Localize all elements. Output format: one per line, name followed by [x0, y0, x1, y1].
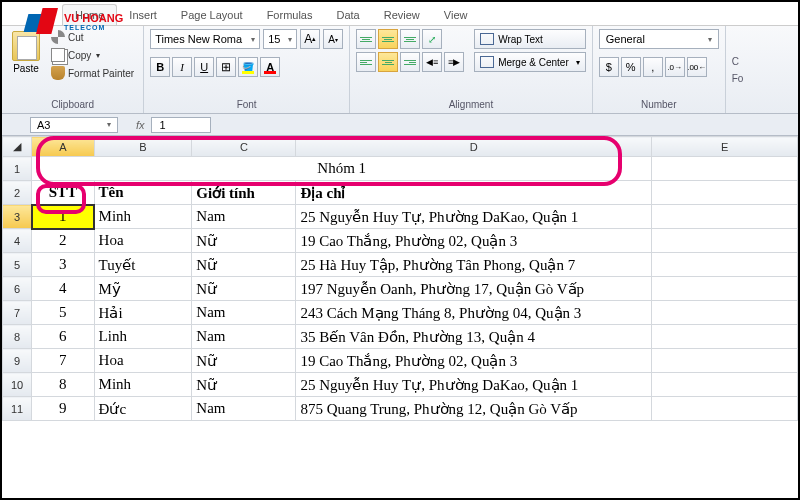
cell[interactable]: Nam: [192, 325, 296, 349]
cell[interactable]: Nam: [192, 205, 296, 229]
column-header[interactable]: D: [296, 137, 652, 157]
cell[interactable]: Nữ: [192, 253, 296, 277]
cell[interactable]: [652, 373, 798, 397]
cell[interactable]: 6: [32, 325, 94, 349]
cell[interactable]: 7: [32, 349, 94, 373]
cell[interactable]: [652, 181, 798, 205]
row-header[interactable]: 5: [3, 253, 32, 277]
align-middle-button[interactable]: [378, 29, 398, 49]
cell[interactable]: [652, 157, 798, 181]
align-right-button[interactable]: [400, 52, 420, 72]
bold-button[interactable]: B: [150, 57, 170, 77]
cell[interactable]: [652, 277, 798, 301]
grow-font-button[interactable]: A▴: [300, 29, 320, 49]
cell[interactable]: Nam: [192, 301, 296, 325]
cell[interactable]: Minh: [94, 205, 192, 229]
cell[interactable]: 2: [32, 229, 94, 253]
cell[interactable]: Nữ: [192, 349, 296, 373]
cell[interactable]: Mỹ: [94, 277, 192, 301]
align-bottom-button[interactable]: [400, 29, 420, 49]
cell[interactable]: [652, 325, 798, 349]
cell[interactable]: Minh: [94, 373, 192, 397]
fx-icon[interactable]: fx: [136, 119, 145, 131]
font-size-combo[interactable]: 15: [263, 29, 297, 49]
worksheet[interactable]: ◢ A B C D E 1Nhóm 12STTTênGiới tínhĐịa c…: [2, 136, 798, 421]
row-header[interactable]: 10: [3, 373, 32, 397]
wrap-text-button[interactable]: Wrap Text: [474, 29, 586, 49]
tab-data[interactable]: Data: [324, 5, 371, 25]
copy-button[interactable]: Copy▾: [48, 47, 137, 63]
cell[interactable]: 19 Cao Thắng, Phường 02, Quận 3: [296, 349, 652, 373]
column-header[interactable]: A: [32, 137, 94, 157]
cell[interactable]: [652, 253, 798, 277]
cell[interactable]: Đức: [94, 397, 192, 421]
cell[interactable]: [652, 397, 798, 421]
row-header[interactable]: 7: [3, 301, 32, 325]
cell[interactable]: Nữ: [192, 277, 296, 301]
font-name-combo[interactable]: Times New Roma: [150, 29, 260, 49]
number-format-combo[interactable]: General: [599, 29, 719, 49]
cell[interactable]: 243 Cách Mạng Tháng 8, Phường 04, Quận 3: [296, 301, 652, 325]
percent-button[interactable]: %: [621, 57, 641, 77]
cell[interactable]: 875 Quang Trung, Phường 12, Quận Gò Vấp: [296, 397, 652, 421]
row-header[interactable]: 4: [3, 229, 32, 253]
currency-button[interactable]: $: [599, 57, 619, 77]
cell[interactable]: Nam: [192, 397, 296, 421]
align-top-button[interactable]: [356, 29, 376, 49]
cell[interactable]: Hải: [94, 301, 192, 325]
paste-button[interactable]: Paste: [8, 29, 44, 76]
fill-color-button[interactable]: 🪣: [238, 57, 258, 77]
cell[interactable]: [652, 301, 798, 325]
cell[interactable]: Nữ: [192, 373, 296, 397]
cell[interactable]: [652, 349, 798, 373]
increase-decimal-button[interactable]: .0→: [665, 57, 685, 77]
column-header[interactable]: C: [192, 137, 296, 157]
cell[interactable]: 197 Nguyễn Oanh, Phường 17, Quận Gò Vấp: [296, 277, 652, 301]
cell[interactable]: [652, 229, 798, 253]
cell[interactable]: 3: [32, 253, 94, 277]
column-header[interactable]: B: [94, 137, 192, 157]
decrease-indent-button[interactable]: ◀≡: [422, 52, 442, 72]
cell[interactable]: Tên: [94, 181, 192, 205]
cell[interactable]: 4: [32, 277, 94, 301]
cell[interactable]: 35 Bến Vân Đồn, Phường 13, Quận 4: [296, 325, 652, 349]
row-header[interactable]: 6: [3, 277, 32, 301]
cell[interactable]: Linh: [94, 325, 192, 349]
select-all-corner[interactable]: ◢: [3, 137, 32, 157]
cell[interactable]: 25 Nguyễn Huy Tự, Phường DaKao, Quận 1: [296, 205, 652, 229]
italic-button[interactable]: I: [172, 57, 192, 77]
cell[interactable]: Tuyết: [94, 253, 192, 277]
decrease-decimal-button[interactable]: .00←: [687, 57, 707, 77]
cell[interactable]: 9: [32, 397, 94, 421]
cell[interactable]: Hoa: [94, 349, 192, 373]
align-center-button[interactable]: [378, 52, 398, 72]
comma-button[interactable]: ,: [643, 57, 663, 77]
cell[interactable]: 25 Hà Huy Tập, Phường Tân Phong, Quận 7: [296, 253, 652, 277]
cell[interactable]: [652, 205, 798, 229]
increase-indent-button[interactable]: ≡▶: [444, 52, 464, 72]
cell[interactable]: Hoa: [94, 229, 192, 253]
cell[interactable]: 5: [32, 301, 94, 325]
cell[interactable]: 1: [32, 205, 94, 229]
cell[interactable]: 25 Nguyễn Huy Tự, Phường DaKao, Quận 1: [296, 373, 652, 397]
format-painter-button[interactable]: Format Painter: [48, 65, 137, 81]
row-header[interactable]: 2: [3, 181, 32, 205]
formula-input[interactable]: 1: [151, 117, 211, 133]
merge-center-button[interactable]: Merge & Center▾: [474, 52, 586, 72]
row-header[interactable]: 8: [3, 325, 32, 349]
font-color-button[interactable]: A: [260, 57, 280, 77]
underline-button[interactable]: U: [194, 57, 214, 77]
orientation-button[interactable]: ⤢: [422, 29, 442, 49]
row-header[interactable]: 1: [3, 157, 32, 181]
name-box[interactable]: A3: [30, 117, 118, 133]
row-header[interactable]: 3: [3, 205, 32, 229]
tab-view[interactable]: View: [432, 5, 480, 25]
shrink-font-button[interactable]: A▾: [323, 29, 343, 49]
tab-page-layout[interactable]: Page Layout: [169, 5, 255, 25]
row-header[interactable]: 11: [3, 397, 32, 421]
tab-insert[interactable]: Insert: [117, 5, 169, 25]
cell[interactable]: Địa chỉ: [296, 181, 652, 205]
cell[interactable]: STT: [32, 181, 94, 205]
row-header[interactable]: 9: [3, 349, 32, 373]
cell[interactable]: Giới tính: [192, 181, 296, 205]
